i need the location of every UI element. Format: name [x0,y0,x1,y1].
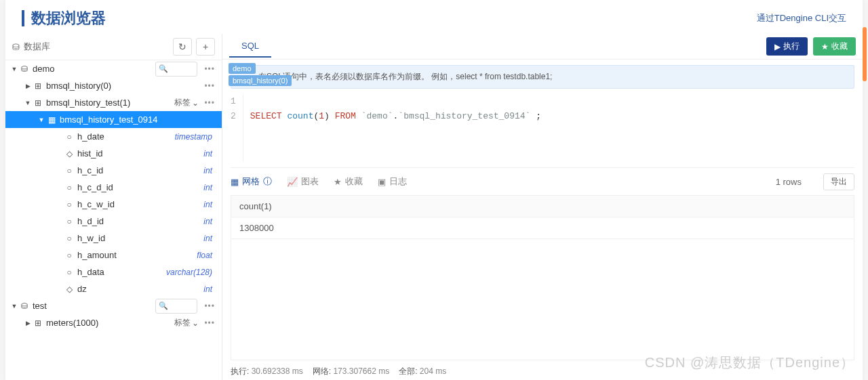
column-node[interactable]: ◇dzint [5,280,222,297]
more-icon[interactable]: ••• [201,318,218,328]
column-node[interactable]: ○h_c_d_idint [5,179,222,196]
tag-dropdown[interactable]: 标签⌄ [174,317,199,329]
grid-icon: ▦ [231,177,239,187]
tag-dropdown[interactable]: 标签⌄ [174,97,199,108]
chart-icon: 📈 [287,177,298,187]
column-icon: ○ [64,131,75,142]
page-title: 数据浏览器 [31,8,106,28]
caret-down-icon: ▼ [9,66,19,72]
sidebar: ⛁ 数据库 ↻ + ▼ ⛁ demo 🔍 ••• ▶ ⊞ bmsql_histo… [5,34,222,380]
column-icon: ◇ [64,284,75,295]
table-node[interactable]: ▶ ⊞ bmsql_history(0) ••• [5,77,222,94]
caret-down-icon: ▼ [37,117,46,123]
table-node[interactable]: ▼ ⊞ bmsql_history_test(1) 标签⌄ ••• [5,94,222,111]
grid-row: 1308000 [231,217,854,239]
run-button[interactable]: ▶执行 [766,37,808,56]
table-icon: ⊞ [33,318,43,329]
column-node[interactable]: ○h_amountfloat [5,247,222,263]
title-accent [22,10,24,26]
column-icon: ○ [64,216,75,227]
tab-chart[interactable]: 📈图表 [287,175,319,188]
sql-hint: demo bmsql_history(0) 在SQL语句中，表名必须以数据库名作… [231,65,854,89]
caret-right-icon: ▶ [23,83,33,89]
column-icon: ○ [64,182,75,193]
column-icon: ○ [64,233,75,244]
search-input[interactable]: 🔍 [155,62,197,77]
column-node[interactable]: ○h_c_idint [5,162,222,179]
column-node[interactable]: ○h_c_w_idint [5,196,222,213]
refresh-button[interactable]: ↻ [173,38,192,56]
star-icon: ★ [334,177,342,187]
add-button[interactable]: + [196,38,215,56]
table-icon: ⊞ [33,98,43,108]
chip-db[interactable]: demo [229,63,256,74]
play-icon: ▶ [774,42,781,51]
scroll-indicator [863,27,867,81]
db-node-test[interactable]: ▼ ⛁ test 🔍 ••• [5,297,222,314]
database-icon: ⛁ [19,301,30,312]
database-icon: ⛁ [19,64,30,75]
grid-header: count(1) [231,196,854,217]
table-icon: ▦ [46,114,57,125]
db-node-demo[interactable]: ▼ ⛁ demo 🔍 ••• [5,60,222,77]
log-icon: ▣ [378,177,386,187]
cli-link[interactable]: 通过TDengine CLI交互 [757,12,846,24]
favorite-button[interactable]: ★收藏 [813,37,856,56]
more-icon[interactable]: ••• [201,98,218,108]
more-icon[interactable]: ••• [201,301,218,311]
star-icon: ★ [821,42,829,51]
chip-table[interactable]: bmsql_history(0) [229,75,292,86]
tab-sql[interactable]: SQL [229,35,271,58]
caret-down-icon: ▼ [23,100,33,106]
column-node[interactable]: ○h_datavarchar(128) [5,263,222,280]
column-icon: ◇ [64,148,75,159]
table-node-selected[interactable]: ▼ ▦ bmsql_history_test_0914 [5,111,222,128]
caret-right-icon: ▶ [23,320,33,326]
column-icon: ○ [64,165,75,176]
search-input[interactable]: 🔍 [155,299,197,314]
db-tree: ▼ ⛁ demo 🔍 ••• ▶ ⊞ bmsql_history(0) ••• … [5,60,222,380]
export-button[interactable]: 导出 [823,173,854,190]
column-node[interactable]: ○h_w_idint [5,230,222,247]
sql-editor[interactable]: 12 SELECT count(1) FROM `demo`.`bmsql_hi… [231,94,854,162]
column-node[interactable]: ◇hist_idint [5,145,222,162]
caret-down-icon: ▼ [9,303,19,310]
sidebar-label: 数据库 [24,41,50,53]
column-node[interactable]: ○h_d_idint [5,213,222,230]
database-icon: ⛁ [12,42,20,52]
tab-log[interactable]: ▣日志 [378,175,407,188]
column-icon: ○ [64,199,75,210]
tab-grid[interactable]: ▦网格ⓘ [231,175,272,188]
status-bar: 执行: 30.692338 ms 网络: 173.307662 ms 全部: 2… [231,360,854,380]
rows-count: 1 rows [776,177,802,187]
tab-favorite[interactable]: ★收藏 [334,175,363,188]
column-node[interactable]: ○h_datetimestamp [5,128,222,145]
table-node[interactable]: ▶ ⊞ meters(1000) 标签⌄ ••• [5,314,222,331]
more-icon[interactable]: ••• [201,81,218,91]
column-icon: ○ [64,267,75,278]
result-grid[interactable]: count(1) 1308000 [231,195,854,360]
more-icon[interactable]: ••• [201,64,218,74]
table-icon: ⊞ [33,81,43,91]
column-icon: ○ [64,250,75,261]
